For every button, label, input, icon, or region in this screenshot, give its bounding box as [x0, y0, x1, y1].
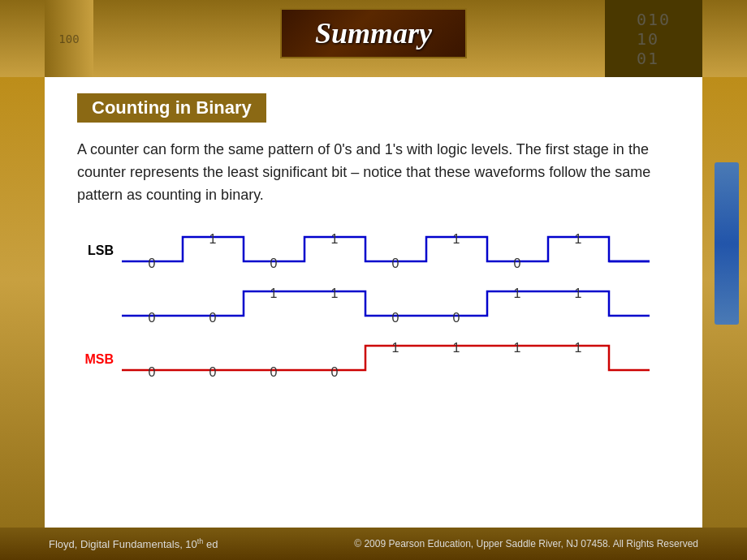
svg-text:0: 0 — [514, 256, 521, 270]
main-content: Counting in Binary A counter can form th… — [45, 77, 702, 528]
lsb-label: LSB — [77, 243, 122, 258]
bg-right — [702, 0, 747, 560]
msb-svg: 0 0 0 0 1 1 1 1 — [122, 336, 650, 381]
bg-left — [0, 0, 45, 560]
svg-text:1: 1 — [575, 286, 582, 300]
title-box: Summary — [280, 8, 467, 58]
bg-right-blue — [715, 162, 739, 325]
svg-text:1: 1 — [453, 232, 460, 246]
svg-text:1: 1 — [514, 341, 521, 355]
svg-text:0: 0 — [392, 311, 399, 325]
svg-text:0: 0 — [209, 311, 217, 325]
svg-text:1: 1 — [453, 341, 460, 355]
msb-row: MSB 0 0 0 0 1 1 1 1 — [77, 336, 670, 384]
section-title: Counting in Binary — [77, 93, 266, 123]
svg-text:1: 1 — [331, 232, 339, 246]
msb-label: MSB — [77, 352, 122, 367]
svg-text:0: 0 — [149, 256, 156, 270]
svg-text:1: 1 — [514, 286, 521, 300]
waveform-area: LSB 0 1 0 1 0 1 0 1 — [77, 227, 670, 384]
msb-waveform: 0 0 0 0 1 1 1 1 — [122, 336, 670, 384]
svg-text:1: 1 — [209, 232, 217, 246]
svg-text:0: 0 — [453, 311, 460, 325]
footer-left: Floyd, Digital Fundamentals, 10th ed — [49, 537, 218, 550]
description-paragraph: A counter can form the same pattern of 0… — [77, 139, 670, 207]
svg-text:0: 0 — [270, 256, 278, 270]
svg-text:1: 1 — [392, 341, 399, 355]
footer-sup: th — [197, 537, 204, 545]
lsb-row: LSB 0 1 0 1 0 1 0 1 — [77, 227, 670, 275]
svg-text:0: 0 — [149, 311, 156, 325]
svg-text:0: 0 — [270, 365, 278, 379]
top-left-deco: 100 — [45, 0, 93, 77]
mid-svg: 0 0 1 1 0 0 1 1 — [122, 282, 650, 326]
lsb-svg: 0 1 0 1 0 1 0 1 — [122, 227, 650, 272]
svg-text:0: 0 — [209, 365, 217, 379]
footer: Floyd, Digital Fundamentals, 10th ed © 2… — [0, 528, 747, 560]
svg-text:1: 1 — [270, 286, 278, 300]
svg-text:1: 1 — [331, 286, 339, 300]
svg-text:0: 0 — [149, 365, 156, 379]
svg-text:0: 0 — [331, 365, 339, 379]
top-right-deco: 0101001 — [605, 0, 702, 77]
mid-waveform: 0 0 1 1 0 0 1 1 — [122, 282, 670, 330]
svg-text:0: 0 — [392, 256, 399, 270]
lsb-waveform: 0 1 0 1 0 1 0 1 — [122, 227, 670, 275]
mid-row: 0 0 1 1 0 0 1 1 — [77, 282, 670, 330]
page-title: Summary — [315, 17, 432, 50]
svg-text:1: 1 — [575, 341, 582, 355]
footer-right: © 2009 Pearson Education, Upper Saddle R… — [354, 538, 698, 549]
svg-text:1: 1 — [575, 232, 582, 246]
